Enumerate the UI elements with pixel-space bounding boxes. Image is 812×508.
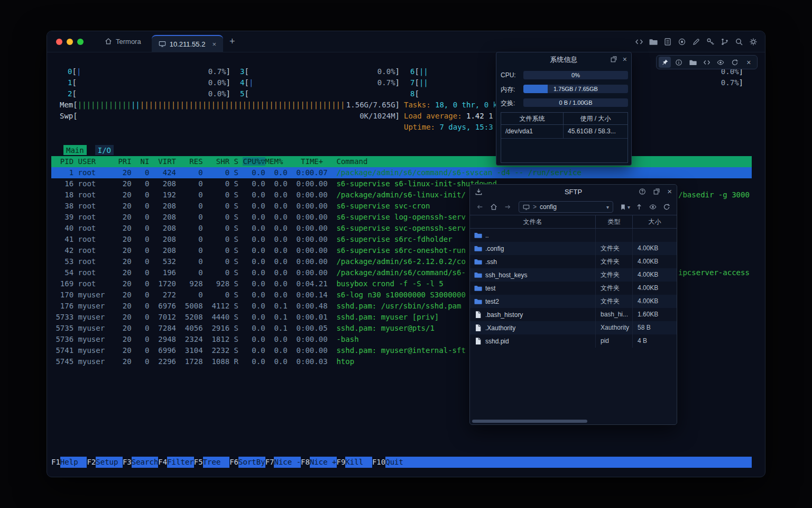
- function-key[interactable]: F3Search: [123, 457, 158, 468]
- file-name: ..: [485, 232, 489, 239]
- horizontal-scrollbar[interactable]: [470, 418, 677, 424]
- scrollbar-thumb[interactable]: [472, 420, 587, 423]
- file-row[interactable]: ..: [470, 229, 677, 242]
- file-size: 4.00KB: [633, 242, 677, 255]
- cpu-meter-row-3: 2[0.0%] 5[ 8[: [51, 88, 743, 99]
- back-button[interactable]: [475, 202, 485, 212]
- chevron-down-icon[interactable]: ▾: [606, 204, 609, 210]
- folder-icon[interactable]: [649, 38, 658, 46]
- file-type: pid: [596, 334, 633, 348]
- bookmark-button[interactable]: ▾: [620, 204, 630, 211]
- path-segment[interactable]: config: [540, 203, 603, 211]
- tab-label: Termora: [116, 38, 141, 46]
- sync-button[interactable]: [728, 57, 741, 68]
- new-tab-button[interactable]: +: [223, 31, 242, 52]
- swap-usage-value: 0 B / 1.00GB: [523, 98, 628, 107]
- sftp-titlebar[interactable]: SFTP ×: [470, 185, 677, 199]
- function-key[interactable]: F7Nice -: [265, 457, 301, 468]
- file-row[interactable]: ssh_host_keys 文件夹 4.00KB: [470, 268, 677, 282]
- file-row[interactable]: .config 文件夹 4.00KB: [470, 242, 677, 255]
- file-row[interactable]: test 文件夹 4.00KB: [470, 282, 677, 295]
- function-key[interactable]: F8Nice +: [301, 457, 336, 468]
- folder-icon: [474, 271, 482, 279]
- process-fields: 169 root 20 0 1720 928 928 S 0.0 0.0 0:0…: [51, 279, 336, 288]
- file-type: 文件夹: [596, 295, 633, 308]
- file-row[interactable]: sshd.pid pid 4 B: [470, 334, 677, 348]
- file-row[interactable]: .bash_history bash_hi... 1.60KB: [470, 308, 677, 321]
- monitor-button[interactable]: [715, 57, 727, 68]
- function-key[interactable]: F5Tree: [194, 457, 229, 468]
- floating-side-toolbar: ×: [656, 55, 758, 69]
- process-command-fragment: /basedir -g 3000: [678, 189, 750, 201]
- tab-bar: Termora 10.211.55.2 × +: [97, 31, 242, 52]
- path-breadcrumb[interactable]: > config ▾: [519, 201, 613, 213]
- file-row[interactable]: .Xauthority Xauthority 58 B: [470, 321, 677, 334]
- tab-ssh-session[interactable]: 10.211.55.2 ×: [152, 35, 223, 52]
- close-sftp-icon[interactable]: ×: [667, 188, 672, 195]
- filename-column-header[interactable]: 文件名: [470, 215, 596, 228]
- htop-tab-main[interactable]: Main: [63, 145, 87, 155]
- file-name: sshd.pid: [485, 338, 509, 345]
- key-icon[interactable]: [706, 38, 715, 46]
- path-separator: >: [533, 203, 537, 211]
- tab-termora-home[interactable]: Termora: [97, 31, 149, 52]
- uptime: Uptime: 7 days, 15:3: [404, 122, 493, 133]
- function-key[interactable]: F4Filter: [158, 457, 193, 468]
- filesystem-row[interactable]: /dev/vda1 45.61GB / 58.3...: [501, 125, 628, 139]
- process-command: s6-supervise log-openssh-serv: [336, 213, 465, 221]
- up-directory-button[interactable]: [634, 202, 644, 212]
- detach-panel-icon[interactable]: [610, 56, 617, 63]
- process-row[interactable]: 1 root 20 0 424 0 0 S 0.0 0.0 0:00.07 /p…: [51, 167, 752, 178]
- home-button[interactable]: [489, 202, 499, 212]
- fkey-label: Nice +: [310, 457, 337, 468]
- type-column-header[interactable]: 类型: [596, 215, 633, 228]
- size-column-header[interactable]: 大小: [633, 215, 677, 228]
- info-button[interactable]: [672, 57, 685, 68]
- record-icon[interactable]: [678, 38, 686, 46]
- function-key[interactable]: F6SortBy: [229, 457, 265, 468]
- file-row[interactable]: test2 文件夹 4.00KB: [470, 295, 677, 308]
- edit-icon[interactable]: [692, 38, 700, 46]
- file-name-cell: sshd.pid: [470, 334, 596, 348]
- files-button[interactable]: [687, 57, 699, 68]
- code-icon: [703, 59, 710, 66]
- file-row[interactable]: .ssh 文件夹 4.00KB: [470, 255, 677, 268]
- tab-label: 10.211.55.2: [170, 40, 206, 48]
- code-icon[interactable]: [635, 38, 643, 46]
- log-icon[interactable]: [663, 38, 672, 46]
- search-icon[interactable]: [735, 38, 743, 46]
- function-key[interactable]: F9Kill: [337, 457, 372, 468]
- transfers-icon[interactable]: [475, 188, 483, 196]
- settings-icon[interactable]: [749, 38, 758, 46]
- close-window-button[interactable]: [56, 39, 62, 45]
- file-icon: [474, 311, 482, 319]
- help-icon[interactable]: [639, 188, 646, 195]
- file-size: 4.00KB: [633, 282, 677, 295]
- branch-icon[interactable]: [721, 38, 729, 46]
- show-hidden-button[interactable]: [648, 202, 658, 212]
- minimize-window-button[interactable]: [67, 39, 73, 45]
- zoom-window-button[interactable]: [77, 39, 84, 45]
- htop-tab-io[interactable]: I/O: [95, 145, 114, 155]
- forward-button[interactable]: [503, 202, 512, 212]
- function-key[interactable]: F1Help: [51, 457, 87, 468]
- function-key[interactable]: F2Setup: [87, 457, 122, 468]
- close-toolbar-button[interactable]: ×: [743, 57, 755, 68]
- pin-button[interactable]: [659, 57, 671, 68]
- close-panel-icon[interactable]: ×: [623, 56, 627, 63]
- close-tab-icon[interactable]: ×: [212, 40, 216, 48]
- process-table-header[interactable]: PID USER PRI NI VIRT RES SHR S CPU%▽MEM%…: [51, 156, 752, 167]
- process-command: sshd.pam: myuser@pts/1: [336, 324, 434, 332]
- function-key[interactable]: F10Quit: [372, 457, 412, 468]
- cpu-meter-row-2: 1[0.0%] 4[|0.7%] 7[||0.7%]: [51, 77, 743, 88]
- detach-window-icon[interactable]: [653, 188, 660, 195]
- folder-icon: [474, 297, 482, 305]
- file-size: 4.00KB: [633, 268, 677, 282]
- process-command: /package/admin/s6/command/s6-: [336, 268, 465, 277]
- file-type: bash_hi...: [596, 308, 633, 321]
- file-size: 4 B: [633, 334, 677, 348]
- snippets-button[interactable]: [700, 57, 713, 68]
- refresh-button[interactable]: [662, 202, 671, 212]
- sort-column-cpu[interactable]: CPU%▽: [243, 157, 265, 166]
- memory-usage-row: 内存: 1.75GB / 7.65GB: [501, 85, 628, 93]
